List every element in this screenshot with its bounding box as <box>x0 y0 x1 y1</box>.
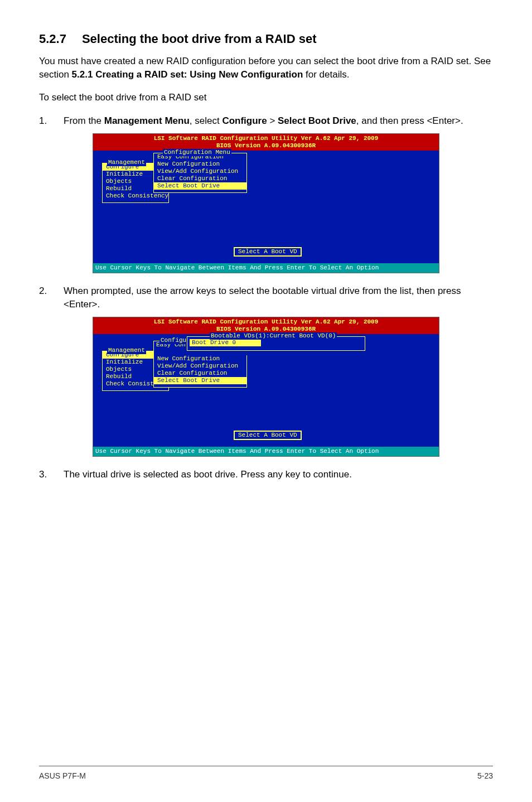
mgmt-item-check-consistency: Check Consistency <box>103 192 168 200</box>
management-menu-label: Management <box>107 347 146 354</box>
cfg-item-viewadd: View/Add Configuration <box>154 363 246 370</box>
bios-header: LSI Software RAID Configuration Utility … <box>93 134 439 151</box>
step-number: 2. <box>39 284 64 311</box>
page-footer: ASUS P7F-M 5-23 <box>39 766 493 782</box>
bios-screenshot-1: LSI Software RAID Configuration Utility … <box>93 133 439 273</box>
step-3: 3. The virtual drive is selected as boot… <box>39 468 493 481</box>
intro-ref: 5.2.1 Creating a RAID set: Using New Con… <box>72 69 303 80</box>
bios-body: Management Configure Initialize Objects … <box>93 151 439 263</box>
cfg-item-viewadd: View/Add Configuration <box>154 168 246 175</box>
footer-right: 5-23 <box>477 771 493 782</box>
step-text-part: From the <box>64 115 104 126</box>
bios-header: LSI Software RAID Configuration Utility … <box>93 317 439 334</box>
intro-paragraph-2: To select the boot drive from a RAID set <box>39 91 493 104</box>
step-number: 1. <box>39 114 64 128</box>
bios-footer: Use Cursor Keys To Navigate Between Item… <box>93 263 439 273</box>
bios-footer: Use Cursor Keys To Navigate Between Item… <box>93 447 439 456</box>
bootable-vds-label: Bootable VDs(1):Current Boot VD(0) <box>210 332 337 340</box>
status-box: Select A Boot VD <box>234 431 302 440</box>
step-2: 2. When prompted, use the arrow keys to … <box>39 284 493 311</box>
step-number: 3. <box>39 468 64 481</box>
cfg-item-new: New Configuration <box>154 161 246 168</box>
section-title: Selecting the boot drive from a RAID set <box>82 32 317 46</box>
step-text-bold: Select Boot Drive <box>278 115 356 126</box>
config-trunc-panel: Configu Easy Con <box>153 341 187 356</box>
step-text: From the Management Menu, select Configu… <box>64 114 493 128</box>
configuration-menu-panel: Configuration Menu Easy Configuration Ne… <box>153 153 247 193</box>
cfg-item-new: New Configuration <box>154 355 246 363</box>
bootable-vds-item: Boot Drive 0 <box>190 339 261 346</box>
bios-header-line1: LSI Software RAID Configuration Utility … <box>93 135 439 142</box>
step-text-bold: Management Menu <box>104 115 190 126</box>
bios-header-line2: BIOS Version A.09.04300936R <box>93 142 439 149</box>
section-number: 5.2.7 <box>39 31 66 48</box>
step-text-part: > <box>267 115 278 126</box>
section-heading: 5.2.7Selecting the boot drive from a RAI… <box>39 31 493 48</box>
step-text: When prompted, use the arrow keys to sel… <box>64 284 493 311</box>
bios-body: Management Configure Initialize Objects … <box>93 334 439 447</box>
configuration-menu-panel: New Configuration View/Add Configuration… <box>153 355 247 388</box>
configuration-menu-label: Configuration Menu <box>163 149 231 156</box>
step-text: The virtual drive is selected as boot dr… <box>64 468 493 481</box>
step-1: 1. From the Management Menu, select Conf… <box>39 114 493 128</box>
cfg-item-clear: Clear Configuration <box>154 370 246 377</box>
bios-header-line1: LSI Software RAID Configuration Utility … <box>93 318 439 326</box>
footer-left: ASUS P7F-M <box>39 771 86 782</box>
intro-text: for details. <box>303 69 349 80</box>
bios-screenshot-2: LSI Software RAID Configuration Utility … <box>93 317 439 457</box>
cfg-item-clear: Clear Configuration <box>154 175 246 182</box>
config-trunc-label: Configu <box>159 337 187 344</box>
intro-paragraph-1: You must have created a new RAID configu… <box>39 55 493 81</box>
status-box: Select A Boot VD <box>234 247 302 257</box>
bootable-vds-panel: Bootable VDs(1):Current Boot VD(0) Boot … <box>187 336 365 351</box>
step-text-part: , and then press <Enter>. <box>356 115 463 126</box>
step-text-bold: Configure <box>222 115 267 126</box>
cfg-item-selectboot: Select Boot Drive <box>154 377 246 384</box>
management-menu-label: Management <box>107 159 146 166</box>
step-text-part: , select <box>190 115 223 126</box>
cfg-item-selectboot: Select Boot Drive <box>154 182 246 190</box>
